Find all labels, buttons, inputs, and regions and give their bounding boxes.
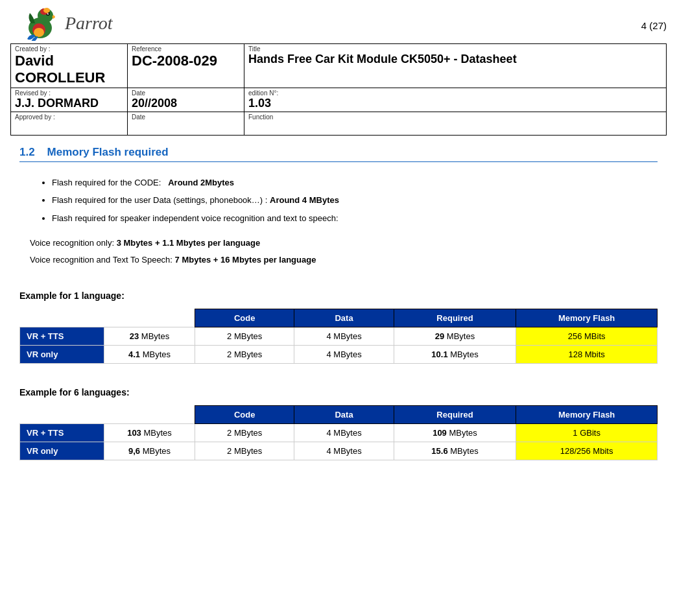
reference-label: Reference	[132, 45, 240, 53]
bullet-text-3: Flash required for speaker independent v…	[52, 213, 338, 223]
table2-header-empty2	[104, 406, 195, 424]
table-row: VR only 4.1 MBytes 2 MBytes 4 MBytes 10.…	[20, 346, 658, 364]
table1-row2-label: VR only	[20, 346, 104, 364]
main-content: 1.2 Memory Flash required Flash required…	[0, 136, 677, 484]
svg-point-3	[34, 28, 44, 37]
date-value: 20//2008	[132, 97, 177, 110]
title-value: Hands Free Car Kit Module CK5050+ - Data…	[248, 53, 517, 65]
bullet-text-2-before: Flash required for the user Data (settin…	[52, 195, 270, 205]
table1-row1-data: 4 MBytes	[294, 327, 394, 346]
edition-label: edition N°:	[248, 89, 662, 97]
table2-header-data: Data	[294, 406, 394, 424]
example1-heading: Example for 1 language:	[19, 290, 658, 301]
logo-text: Parrot	[65, 13, 113, 34]
logo-area: Parrot	[10, 3, 123, 43]
example2-table: Code Data Required Memory Flash VR + TTS…	[19, 405, 658, 460]
table1-row2-col2: 4.1 MBytes	[104, 346, 195, 364]
table1-row2-memory: 128 Mbits	[516, 346, 658, 364]
revised-by-label: Revised by :	[15, 89, 123, 97]
reference-value: DC-2008-029	[132, 53, 217, 69]
page-number: 4 (27)	[641, 15, 667, 31]
table2-header-empty1	[20, 406, 104, 424]
vr-line-1-bold: 3 Mbytes + 1.1 Mbytes per language	[117, 238, 260, 248]
table1-row2-required: 10.1 MBytes	[394, 346, 516, 364]
bullet-text-1-bold: Around 2Mbytes	[168, 178, 234, 187]
info-table: Created by : David COROLLEUR Reference D…	[10, 43, 667, 136]
table1-row2-code: 2 MBytes	[195, 346, 294, 364]
date-label-1: Date	[132, 89, 240, 97]
vr-line-2: Voice recognition and Text To Speech: 7 …	[30, 253, 658, 267]
parrot-logo-icon	[21, 5, 60, 41]
vr-line-2-bold: 7 Mbytes + 16 Mbytes per language	[175, 255, 316, 265]
svg-point-6	[48, 13, 49, 14]
table1-header-data: Data	[294, 309, 394, 327]
table2-header-memory: Memory Flash	[516, 406, 658, 424]
list-item: Flash required for the CODE: Around 2Mby…	[52, 175, 658, 190]
vr-line-2-before: Voice recognition and Text To Speech:	[30, 255, 175, 265]
table1-row1-label: VR + TTS	[20, 327, 104, 346]
approved-by-label: Approved by :	[15, 113, 123, 121]
function-label: Function	[248, 113, 662, 121]
table2-header-required: Required	[394, 406, 516, 424]
table1-row2-data: 4 MBytes	[294, 346, 394, 364]
table2-row2-code: 2 MBytes	[195, 442, 294, 460]
edition-value: 1.03	[248, 97, 271, 110]
table2-row1-col2: 103 MBytes	[104, 424, 195, 442]
table1-header-required: Required	[394, 309, 516, 327]
example1-table: Code Data Required Memory Flash VR + TTS…	[19, 309, 658, 364]
table-row: VR + TTS 23 MBytes 2 MBytes 4 MBytes 29 …	[20, 327, 658, 346]
section-heading: 1.2 Memory Flash required	[19, 146, 658, 162]
table1-header-code: Code	[195, 309, 294, 327]
table2-header-code: Code	[195, 406, 294, 424]
table2-row2-label: VR only	[20, 442, 104, 460]
example2-heading: Example for 6 languages:	[19, 387, 658, 397]
date-label-2: Date	[132, 113, 240, 121]
table2-row2-required: 15.6 MBytes	[394, 442, 516, 460]
section-title: Memory Flash required	[47, 146, 169, 158]
table1-row1-required: 29 MBytes	[394, 327, 516, 346]
bullet-list: Flash required for the CODE: Around 2Mby…	[52, 175, 658, 226]
section-number: 1.2	[19, 146, 35, 158]
table2-row2-memory: 128/256 Mbits	[516, 442, 658, 460]
table1-header-memory: Memory Flash	[516, 309, 658, 327]
table2-row2-data: 4 MBytes	[294, 442, 394, 460]
vr-line-1-before: Voice recognition only:	[30, 238, 117, 248]
vr-line-1: Voice recognition only: 3 Mbytes + 1.1 M…	[30, 236, 658, 250]
bullet-text-2-bold: Around 4 MBytes	[270, 195, 339, 205]
created-by-label: Created by :	[15, 45, 123, 53]
list-item: Flash required for speaker independent v…	[52, 211, 658, 226]
table2-row1-label: VR + TTS	[20, 424, 104, 442]
table1-row1-code: 2 MBytes	[195, 327, 294, 346]
table2-row1-data: 4 MBytes	[294, 424, 394, 442]
title-label: Title	[248, 45, 662, 53]
table-row: VR only 9,6 MBytes 2 MBytes 4 MBytes 15.…	[20, 442, 658, 460]
table1-row1-col2: 23 MBytes	[104, 327, 195, 346]
list-item: Flash required for the user Data (settin…	[52, 193, 658, 207]
table-row: VR + TTS 103 MBytes 2 MBytes 4 MBytes 10…	[20, 424, 658, 442]
revised-by-value: J.J. DORMARD	[15, 97, 99, 110]
table2-row1-required: 109 MBytes	[394, 424, 516, 442]
table2-row1-memory: 1 GBits	[516, 424, 658, 442]
table1-header-empty2	[104, 309, 195, 327]
table1-header-empty1	[20, 309, 104, 327]
table2-row1-code: 2 MBytes	[195, 424, 294, 442]
table1-row1-memory: 256 MBits	[516, 327, 658, 346]
created-by-value: David COROLLEUR	[15, 53, 105, 86]
bullet-text-1-before: Flash required for the CODE:	[52, 178, 168, 187]
table2-row2-col2: 9,6 MBytes	[104, 442, 195, 460]
svg-point-8	[43, 8, 50, 13]
